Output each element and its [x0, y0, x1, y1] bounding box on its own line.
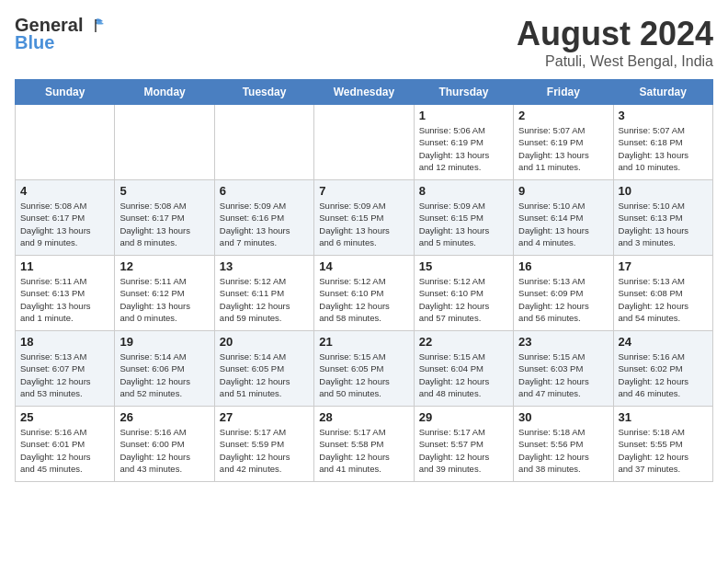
calendar-cell: 16Sunrise: 5:13 AM Sunset: 6:09 PM Dayli…: [514, 256, 613, 331]
day-number: 30: [518, 410, 608, 424]
calendar-cell: 5Sunrise: 5:08 AM Sunset: 6:17 PM Daylig…: [115, 180, 214, 256]
day-info: Sunrise: 5:17 AM Sunset: 5:58 PM Dayligh…: [319, 426, 408, 475]
calendar-cell: 20Sunrise: 5:14 AM Sunset: 6:05 PM Dayli…: [214, 331, 313, 407]
logo-icon: [85, 17, 105, 34]
day-number: 29: [419, 410, 508, 424]
day-number: 19: [119, 335, 209, 349]
day-info: Sunrise: 5:11 AM Sunset: 6:12 PM Dayligh…: [119, 275, 209, 324]
calendar-cell: 24Sunrise: 5:16 AM Sunset: 6:02 PM Dayli…: [613, 331, 712, 407]
calendar-cell: 12Sunrise: 5:11 AM Sunset: 6:12 PM Dayli…: [115, 256, 214, 331]
calendar-cell: [314, 105, 414, 180]
calendar-cell: [16, 105, 115, 180]
day-number: 11: [20, 259, 109, 273]
day-number: 6: [220, 184, 309, 198]
subtitle: Patuli, West Bengal, India: [517, 53, 713, 70]
day-info: Sunrise: 5:18 AM Sunset: 5:56 PM Dayligh…: [518, 426, 608, 475]
day-number: 10: [619, 184, 708, 198]
day-info: Sunrise: 5:12 AM Sunset: 6:11 PM Dayligh…: [220, 275, 309, 324]
day-info: Sunrise: 5:13 AM Sunset: 6:09 PM Dayligh…: [518, 275, 608, 324]
calendar-cell: 25Sunrise: 5:16 AM Sunset: 6:01 PM Dayli…: [16, 407, 115, 482]
day-header-thursday: Thursday: [414, 80, 513, 105]
day-info: Sunrise: 5:09 AM Sunset: 6:16 PM Dayligh…: [220, 200, 309, 248]
day-number: 20: [220, 335, 309, 349]
day-info: Sunrise: 5:12 AM Sunset: 6:10 PM Dayligh…: [319, 275, 408, 324]
day-number: 15: [419, 259, 508, 273]
day-header-wednesday: Wednesday: [314, 80, 414, 105]
day-info: Sunrise: 5:06 AM Sunset: 6:19 PM Dayligh…: [419, 124, 508, 173]
calendar-cell: 30Sunrise: 5:18 AM Sunset: 5:56 PM Dayli…: [514, 407, 613, 482]
day-header-saturday: Saturday: [613, 80, 712, 105]
day-info: Sunrise: 5:16 AM Sunset: 6:01 PM Dayligh…: [20, 426, 109, 475]
calendar-table: SundayMondayTuesdayWednesdayThursdayFrid…: [15, 79, 713, 482]
calendar-cell: 17Sunrise: 5:13 AM Sunset: 6:08 PM Dayli…: [613, 256, 712, 331]
calendar-cell: 14Sunrise: 5:12 AM Sunset: 6:10 PM Dayli…: [314, 256, 414, 331]
day-info: Sunrise: 5:16 AM Sunset: 6:02 PM Dayligh…: [619, 350, 708, 399]
day-number: 14: [319, 259, 408, 273]
day-number: 2: [518, 109, 608, 122]
calendar-cell: 19Sunrise: 5:14 AM Sunset: 6:06 PM Dayli…: [115, 331, 214, 407]
calendar-cell: 4Sunrise: 5:08 AM Sunset: 6:17 PM Daylig…: [16, 180, 115, 256]
day-number: 27: [220, 410, 309, 424]
calendar-cell: 11Sunrise: 5:11 AM Sunset: 6:13 PM Dayli…: [16, 256, 115, 331]
logo-blue: Blue: [15, 32, 54, 53]
day-info: Sunrise: 5:14 AM Sunset: 6:05 PM Dayligh…: [220, 350, 309, 399]
calendar-cell: 21Sunrise: 5:15 AM Sunset: 6:05 PM Dayli…: [314, 331, 414, 407]
day-number: 13: [220, 259, 309, 273]
day-header-tuesday: Tuesday: [214, 80, 313, 105]
calendar-cell: 1Sunrise: 5:06 AM Sunset: 6:19 PM Daylig…: [414, 105, 513, 180]
calendar-cell: 3Sunrise: 5:07 AM Sunset: 6:18 PM Daylig…: [613, 105, 712, 180]
day-info: Sunrise: 5:13 AM Sunset: 6:08 PM Dayligh…: [619, 275, 708, 324]
day-info: Sunrise: 5:07 AM Sunset: 6:19 PM Dayligh…: [518, 124, 608, 173]
calendar-cell: 31Sunrise: 5:18 AM Sunset: 5:55 PM Dayli…: [613, 407, 712, 482]
calendar-week-1: 1Sunrise: 5:06 AM Sunset: 6:19 PM Daylig…: [16, 105, 713, 180]
calendar-cell: 29Sunrise: 5:17 AM Sunset: 5:57 PM Dayli…: [414, 407, 513, 482]
day-info: Sunrise: 5:17 AM Sunset: 5:59 PM Dayligh…: [220, 426, 309, 475]
day-number: 28: [319, 410, 408, 424]
day-info: Sunrise: 5:09 AM Sunset: 6:15 PM Dayligh…: [419, 200, 508, 248]
calendar-header-row: SundayMondayTuesdayWednesdayThursdayFrid…: [16, 80, 713, 105]
day-info: Sunrise: 5:17 AM Sunset: 5:57 PM Dayligh…: [419, 426, 508, 475]
day-info: Sunrise: 5:11 AM Sunset: 6:13 PM Dayligh…: [20, 275, 109, 324]
page-header: General Blue August 2024 Patuli, West Be…: [15, 15, 713, 70]
day-number: 17: [619, 259, 708, 273]
day-header-friday: Friday: [514, 80, 613, 105]
calendar-cell: 22Sunrise: 5:15 AM Sunset: 6:04 PM Dayli…: [414, 331, 513, 407]
calendar-cell: 18Sunrise: 5:13 AM Sunset: 6:07 PM Dayli…: [16, 331, 115, 407]
day-number: 21: [319, 335, 408, 349]
day-info: Sunrise: 5:12 AM Sunset: 6:10 PM Dayligh…: [419, 275, 508, 324]
calendar-cell: [214, 105, 313, 180]
day-info: Sunrise: 5:08 AM Sunset: 6:17 PM Dayligh…: [20, 200, 109, 248]
calendar-cell: 27Sunrise: 5:17 AM Sunset: 5:59 PM Dayli…: [214, 407, 313, 482]
calendar-cell: 10Sunrise: 5:10 AM Sunset: 6:13 PM Dayli…: [613, 180, 712, 256]
calendar-cell: 15Sunrise: 5:12 AM Sunset: 6:10 PM Dayli…: [414, 256, 513, 331]
day-info: Sunrise: 5:13 AM Sunset: 6:07 PM Dayligh…: [20, 350, 109, 399]
day-info: Sunrise: 5:07 AM Sunset: 6:18 PM Dayligh…: [619, 124, 708, 173]
calendar-week-2: 4Sunrise: 5:08 AM Sunset: 6:17 PM Daylig…: [16, 180, 713, 256]
day-number: 24: [619, 335, 708, 349]
day-number: 23: [518, 335, 608, 349]
day-info: Sunrise: 5:16 AM Sunset: 6:00 PM Dayligh…: [119, 426, 209, 475]
calendar-cell: 7Sunrise: 5:09 AM Sunset: 6:15 PM Daylig…: [314, 180, 414, 256]
day-info: Sunrise: 5:14 AM Sunset: 6:06 PM Dayligh…: [119, 350, 209, 399]
calendar-cell: 28Sunrise: 5:17 AM Sunset: 5:58 PM Dayli…: [314, 407, 414, 482]
day-number: 26: [119, 410, 209, 424]
logo: General Blue: [15, 15, 105, 53]
day-number: 5: [119, 184, 209, 198]
day-number: 9: [518, 184, 608, 198]
day-info: Sunrise: 5:15 AM Sunset: 6:03 PM Dayligh…: [518, 350, 608, 399]
day-info: Sunrise: 5:10 AM Sunset: 6:13 PM Dayligh…: [619, 200, 708, 248]
day-info: Sunrise: 5:08 AM Sunset: 6:17 PM Dayligh…: [119, 200, 209, 248]
day-info: Sunrise: 5:15 AM Sunset: 6:05 PM Dayligh…: [319, 350, 408, 399]
day-number: 3: [619, 109, 708, 122]
day-number: 7: [319, 184, 408, 198]
calendar-week-5: 25Sunrise: 5:16 AM Sunset: 6:01 PM Dayli…: [16, 407, 713, 482]
day-number: 18: [20, 335, 109, 349]
title-block: August 2024 Patuli, West Bengal, India: [517, 15, 713, 70]
calendar-cell: 26Sunrise: 5:16 AM Sunset: 6:00 PM Dayli…: [115, 407, 214, 482]
calendar-cell: 2Sunrise: 5:07 AM Sunset: 6:19 PM Daylig…: [514, 105, 613, 180]
day-header-monday: Monday: [115, 80, 214, 105]
calendar-cell: 6Sunrise: 5:09 AM Sunset: 6:16 PM Daylig…: [214, 180, 313, 256]
calendar-cell: 13Sunrise: 5:12 AM Sunset: 6:11 PM Dayli…: [214, 256, 313, 331]
day-info: Sunrise: 5:09 AM Sunset: 6:15 PM Dayligh…: [319, 200, 408, 248]
day-info: Sunrise: 5:10 AM Sunset: 6:14 PM Dayligh…: [518, 200, 608, 248]
